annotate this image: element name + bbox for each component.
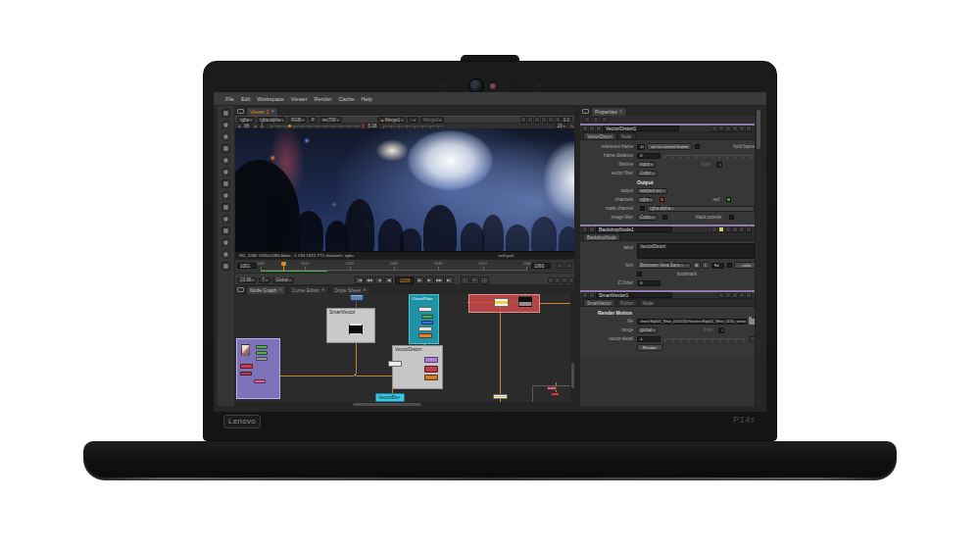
range-lock-icon[interactable] <box>557 263 563 269</box>
menu-file[interactable]: File <box>225 96 234 102</box>
tab-properties[interactable]: Properties✕ <box>591 107 627 116</box>
gamma-slider[interactable] <box>383 125 444 126</box>
node-blue[interactable] <box>350 295 364 301</box>
lut-dropdown[interactable]: rec709 <box>319 117 342 123</box>
zoom-level[interactable]: 1:1 <box>561 117 572 123</box>
ab-mode-dropdown[interactable]: - <box>408 117 418 123</box>
channels-dropdown[interactable]: rgba <box>637 197 655 203</box>
node-yellow-striped[interactable] <box>494 298 509 307</box>
backdrop-color-swatch[interactable] <box>718 226 724 232</box>
alpha-layer-dropdown[interactable]: rgba.alpha <box>257 117 286 123</box>
play-forward-button[interactable]: |▶ <box>416 276 424 284</box>
node-purple[interactable] <box>424 357 438 363</box>
pane-menu-icon[interactable] <box>237 109 244 114</box>
range-out-input[interactable]: 1060 <box>531 263 551 269</box>
node-name-input[interactable]: VectorDistort1 <box>603 125 679 131</box>
black-outside-checkbox[interactable] <box>662 215 667 220</box>
node-pink[interactable] <box>547 386 557 390</box>
node-red[interactable] <box>240 372 252 376</box>
pin-panels-icon[interactable] <box>584 117 590 123</box>
play-backward-button[interactable]: ◀| <box>384 276 393 284</box>
node-black[interactable] <box>518 296 532 307</box>
lifetime-from-input[interactable]: 1001 <box>716 162 722 168</box>
node-pink[interactable] <box>254 379 266 383</box>
render-button[interactable]: Render <box>637 344 662 351</box>
redo-icon[interactable] <box>739 125 745 131</box>
node-vectorblur[interactable]: VectorBlur <box>375 393 405 402</box>
toolbar-filter-icon[interactable] <box>221 168 230 176</box>
menu-edit[interactable]: Edit <box>241 96 250 102</box>
float-panel-icon[interactable] <box>725 292 731 298</box>
curve-editor-icon[interactable] <box>589 125 595 131</box>
node-orange[interactable] <box>418 333 432 338</box>
input-b-dropdown[interactable]: Merge1 <box>420 117 444 123</box>
toolbar-other-icon[interactable] <box>221 262 230 271</box>
output-dropdown[interactable]: warped src <box>637 188 667 194</box>
float-panel-icon[interactable] <box>718 125 724 131</box>
fps-dropdown[interactable]: 23.98 <box>237 277 257 283</box>
properties-scrollbar[interactable] <box>755 106 760 406</box>
node-gray[interactable] <box>256 357 268 361</box>
vector-detail-slider[interactable] <box>664 338 745 339</box>
center-node-icon[interactable] <box>711 125 717 131</box>
center-node-icon[interactable] <box>711 226 717 232</box>
skip-dropdown[interactable]: T <box>259 277 270 283</box>
bold-button[interactable]: B <box>693 262 701 269</box>
tab-backdropnode[interactable]: BackdropNode <box>583 233 620 240</box>
toolbar-color-icon[interactable] <box>221 156 230 165</box>
toolbar-time-icon[interactable] <box>221 132 230 141</box>
proxy-icon[interactable] <box>527 117 533 123</box>
update-icon[interactable] <box>541 117 547 123</box>
fit-range-icon[interactable] <box>566 263 572 269</box>
help-icon[interactable] <box>746 292 752 298</box>
font-dropdown[interactable]: Bitstream Vera Sans <box>637 263 691 269</box>
frame-distance-slider[interactable] <box>664 155 755 156</box>
menu-workspace[interactable]: Workspace <box>257 96 283 102</box>
curve-editor-icon[interactable] <box>589 292 595 298</box>
channels-icon[interactable] <box>596 125 602 131</box>
backdrop-label-textarea[interactable]: VectorDistort <box>637 243 755 259</box>
range-from-input[interactable]: 1001 <box>718 327 724 333</box>
toolbar-transform-icon[interactable] <box>221 203 230 212</box>
lifetime-dropdown[interactable]: input <box>637 162 656 168</box>
help-icon[interactable] <box>746 226 752 232</box>
stop-button[interactable]: ▪ <box>470 276 479 284</box>
node-white[interactable] <box>418 326 432 331</box>
viewer-image[interactable] <box>235 128 576 251</box>
curve-editor-icon[interactable] <box>589 226 595 232</box>
nodegraph-hscrollbar[interactable] <box>235 402 574 406</box>
close-icon[interactable]: ✕ <box>363 287 367 292</box>
menu-render[interactable]: Render <box>315 96 332 102</box>
bookmark-checkbox[interactable] <box>637 272 642 276</box>
close-icon[interactable]: ✕ <box>270 109 274 114</box>
color-checkbox[interactable] <box>727 263 732 268</box>
toolbar-3d-icon[interactable] <box>221 215 230 224</box>
node-yellow-striped[interactable] <box>493 394 508 399</box>
toolbar-keyer-icon[interactable] <box>221 179 230 188</box>
mask-channel-dropdown[interactable]: rgba.alpha <box>647 206 755 212</box>
vector-filter-dropdown[interactable]: Cubic <box>637 171 658 176</box>
hold-frame-checkbox[interactable] <box>695 144 700 149</box>
lock-playback-icon[interactable] <box>562 277 567 283</box>
image-filter-dropdown[interactable]: Cubic <box>637 215 658 221</box>
green-checkbox[interactable] <box>726 197 731 202</box>
clear-panels-icon[interactable] <box>602 117 608 123</box>
set-to-current-frame-button[interactable]: set to current frame <box>647 143 692 150</box>
toolbar-deep-icon[interactable] <box>221 238 230 247</box>
revert-icon[interactable] <box>725 125 731 131</box>
node-red[interactable] <box>551 392 560 396</box>
node-smartvector-core[interactable] <box>349 324 363 335</box>
tab-node[interactable]: Node <box>639 299 658 306</box>
layer-dropdown[interactable]: rgba <box>237 117 255 123</box>
tab-dope-sheet[interactable]: Dope Sheet✕ <box>331 285 370 294</box>
node-green[interactable] <box>256 351 268 355</box>
tab-vectordistort[interactable]: VectorDistort <box>583 132 616 139</box>
gain-slider[interactable] <box>270 125 361 126</box>
toolbar-particles-icon[interactable] <box>221 226 230 235</box>
node-color-swatch[interactable] <box>582 292 588 298</box>
bounce-mode-icon[interactable] <box>555 277 561 283</box>
tab-smartvector[interactable]: SmartVector <box>583 299 615 306</box>
current-frame-input[interactable]: 1006 <box>395 276 414 284</box>
tab-curve-editor[interactable]: Curve Editor✕ <box>288 285 329 294</box>
z-order-input[interactable]: 0 <box>637 280 661 286</box>
